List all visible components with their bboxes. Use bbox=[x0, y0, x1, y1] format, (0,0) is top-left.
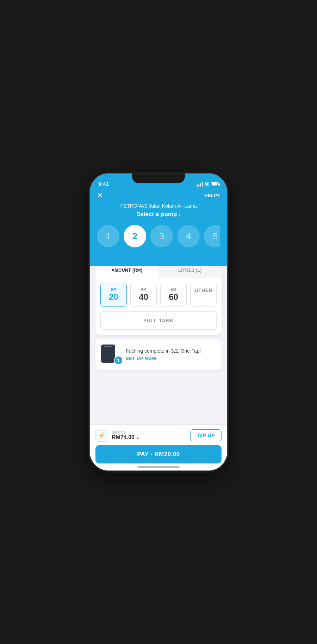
balance-amount-row: RM74.00 ▲ bbox=[112, 434, 139, 441]
select-pump-label: Select a pump bbox=[136, 211, 177, 218]
tab-litres[interactable]: LITRES (L) bbox=[158, 266, 222, 278]
chevron-right-icon: › bbox=[179, 211, 181, 217]
amount-value-60: 60 bbox=[163, 292, 184, 302]
pump-1[interactable]: 1 bbox=[97, 225, 119, 247]
wallet-icon: ⚡ bbox=[95, 429, 108, 442]
amount-option-other[interactable]: OTHER bbox=[190, 283, 217, 307]
amount-value-20: 20 bbox=[103, 292, 124, 302]
status-time: 9:41 bbox=[98, 181, 109, 187]
notch bbox=[132, 173, 185, 183]
balance-amount: RM74.00 bbox=[112, 434, 135, 441]
promo-title: Fuelling complete in 3,2, One-Tap! bbox=[126, 348, 216, 355]
station-name: PETRONAS Jalan Kolam Air Lama bbox=[97, 203, 220, 209]
amount-value-40: 40 bbox=[133, 292, 154, 302]
balance-label: Balance bbox=[112, 430, 139, 434]
promo-icon: 1 bbox=[101, 345, 121, 364]
amount-grid: RM 20 RM 40 RM 60 OTHER bbox=[95, 278, 222, 311]
balance-info: Balance RM74.00 ▲ bbox=[112, 430, 139, 441]
full-tank-button[interactable]: FULL TANK bbox=[100, 311, 217, 330]
battery-icon bbox=[211, 182, 219, 186]
amount-label-40: RM bbox=[133, 288, 154, 291]
pump-4[interactable]: 4 bbox=[177, 225, 200, 247]
status-icons: ⌘ bbox=[197, 182, 219, 187]
help-button[interactable]: HELP? bbox=[204, 193, 220, 198]
bottom-section: ⚡ Balance RM74.00 ▲ ToP UP PAY · RM20.00 bbox=[90, 424, 227, 471]
amount-option-20[interactable]: RM 20 bbox=[100, 283, 127, 307]
phone-frame: 9:41 ⌘ ✕ HELP? PETRONAS Jalan Kolam Air … bbox=[90, 173, 227, 471]
header-nav: ✕ HELP? bbox=[97, 192, 220, 199]
tabs-row: AMOUNT (RM) LITRES (L) bbox=[95, 266, 222, 278]
promo-card: 1 Fuelling complete in 3,2, One-Tap! SET… bbox=[95, 339, 222, 370]
close-button[interactable]: ✕ bbox=[97, 192, 103, 199]
phone-icon bbox=[101, 345, 115, 363]
pump-2[interactable]: 2 bbox=[124, 225, 146, 247]
pump-3[interactable]: 3 bbox=[150, 225, 173, 247]
home-indicator bbox=[137, 466, 180, 468]
header: ✕ HELP? PETRONAS Jalan Kolam Air Lama Se… bbox=[90, 189, 227, 256]
pump-selector: 1 2 3 4 5 6 bbox=[97, 223, 220, 249]
amount-label-60: RM bbox=[163, 288, 184, 291]
amount-option-40[interactable]: RM 40 bbox=[130, 283, 157, 307]
amount-label-20: RM bbox=[103, 288, 124, 291]
promo-text: Fuelling complete in 3,2, One-Tap! SET U… bbox=[126, 348, 216, 361]
balance-left: ⚡ Balance RM74.00 ▲ bbox=[95, 429, 139, 442]
main-content: AMOUNT (RM) LITRES (L) RM 20 RM 40 bbox=[90, 266, 227, 423]
amount-option-60[interactable]: RM 60 bbox=[160, 283, 187, 307]
promo-badge: 1 bbox=[114, 356, 123, 365]
select-pump-button[interactable]: Select a pump › bbox=[97, 211, 220, 218]
topup-button[interactable]: ToP UP bbox=[190, 429, 222, 441]
header-section: ✕ HELP? PETRONAS Jalan Kolam Air Lama Se… bbox=[90, 189, 227, 266]
pay-button-label: PAY · RM20.00 bbox=[137, 451, 180, 457]
full-tank-label: FULL TANK bbox=[143, 318, 174, 323]
signal-icon bbox=[197, 182, 203, 187]
wifi-icon: ⌘ bbox=[205, 182, 209, 187]
setup-now-button[interactable]: SET UP NOW bbox=[126, 356, 216, 361]
tab-amount[interactable]: AMOUNT (RM) bbox=[95, 266, 158, 278]
chevron-up-icon: ▲ bbox=[136, 436, 139, 440]
phone-screen: 9:41 ⌘ ✕ HELP? PETRONAS Jalan Kolam Air … bbox=[90, 173, 227, 471]
other-label: OTHER bbox=[193, 288, 214, 293]
balance-row: ⚡ Balance RM74.00 ▲ ToP UP bbox=[95, 429, 222, 442]
pump-5[interactable]: 5 bbox=[204, 225, 220, 247]
pay-button[interactable]: PAY · RM20.00 bbox=[95, 445, 222, 463]
amount-card: AMOUNT (RM) LITRES (L) RM 20 RM 40 bbox=[95, 266, 222, 335]
